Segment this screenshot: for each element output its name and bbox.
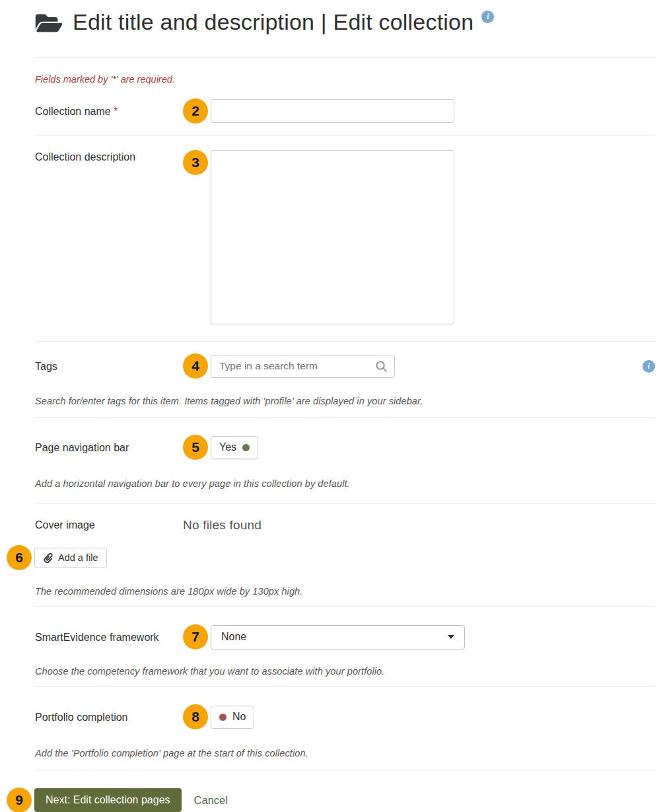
page-header: Edit title and description | Edit collec… — [35, 0, 655, 38]
required-asterisk: * — [114, 106, 118, 117]
page-navigation-help-text: Add a horizontal navigation bar to every… — [35, 478, 655, 489]
tags-help-text: Search for/enter tags for this item. Ite… — [35, 396, 655, 406]
annotation-badge-7: 7 — [183, 624, 208, 649]
page-title: Edit title and description | Edit collec… — [73, 5, 473, 38]
collection-name-input[interactable] — [211, 99, 454, 123]
edit-collection-page: Edit title and description | Edit collec… — [0, 0, 663, 812]
paperclip-icon — [44, 553, 53, 563]
add-file-button-label: Add a file — [58, 552, 98, 563]
annotation-badge-5: 5 — [183, 435, 208, 460]
add-file-button[interactable]: Add a file — [34, 548, 107, 568]
header-divider — [35, 57, 655, 57]
smartevidence-framework-label: SmartEvidence framework — [35, 630, 183, 644]
collection-description-textarea[interactable] — [211, 150, 454, 324]
form-footer: 9 Next: Edit collection pages Cancel — [35, 770, 655, 812]
toggle-on-dot — [242, 444, 250, 451]
search-icon — [375, 360, 388, 375]
annotation-badge-2: 2 — [183, 98, 208, 124]
next-edit-collection-pages-button[interactable]: Next: Edit collection pages — [34, 788, 182, 812]
smartevidence-help-text: Choose the competency framework that you… — [35, 666, 655, 677]
toggle-state-label: No — [232, 711, 246, 723]
collection-description-label: Collection description — [35, 150, 183, 324]
field-page-navigation-bar: Page navigation bar 5 Yes Add a horizont… — [35, 417, 655, 503]
annotation-badge-6: 6 — [7, 545, 32, 570]
caret-down-icon — [448, 635, 454, 639]
cancel-link[interactable]: Cancel — [194, 794, 228, 807]
field-cover-image: Cover image No files found 6 Add a file … — [35, 503, 655, 606]
field-smartevidence-framework: SmartEvidence framework 7 None Choose th… — [35, 606, 655, 686]
page-navigation-bar-label: Page navigation bar — [35, 441, 183, 454]
required-note: Fields marked by '*' are required. — [35, 74, 655, 85]
collection-name-label: Collection name * — [35, 104, 183, 118]
tags-search-input[interactable] — [211, 355, 395, 378]
annotation-badge-4: 4 — [183, 353, 208, 379]
toggle-off-dot — [219, 714, 227, 721]
select-value: None — [221, 631, 246, 643]
info-icon[interactable]: i — [481, 11, 494, 23]
portfolio-completion-help-text: Add the 'Portfolio completion' page at t… — [35, 748, 655, 758]
smartevidence-framework-select[interactable]: None — [211, 625, 465, 649]
folder-open-icon — [35, 11, 63, 35]
toggle-state-label: Yes — [219, 441, 236, 453]
annotation-badge-8: 8 — [183, 704, 208, 729]
field-tags: Tags 4 i Search for/enter tags for this … — [35, 341, 655, 417]
required-note-section: Fields marked by '*' are required. — [35, 74, 655, 98]
cover-image-label: Cover image — [35, 518, 183, 533]
field-collection-name: Collection name * 2 — [35, 98, 655, 135]
field-collection-description: Collection description 3 — [35, 135, 655, 341]
annotation-badge-9: 9 — [7, 788, 32, 812]
portfolio-completion-label: Portfolio completion — [35, 710, 183, 723]
no-files-found-text: No files found — [183, 518, 262, 533]
tags-label: Tags — [35, 359, 183, 373]
annotation-badge-3: 3 — [183, 150, 208, 175]
tags-info-icon[interactable]: i — [643, 360, 655, 373]
page-navigation-toggle[interactable]: Yes — [211, 436, 258, 459]
field-portfolio-completion: Portfolio completion 8 No Add the 'Portf… — [35, 686, 655, 770]
cover-image-help-text: The recommended dimensions are 180px wid… — [35, 586, 655, 597]
portfolio-completion-toggle[interactable]: No — [211, 706, 254, 729]
